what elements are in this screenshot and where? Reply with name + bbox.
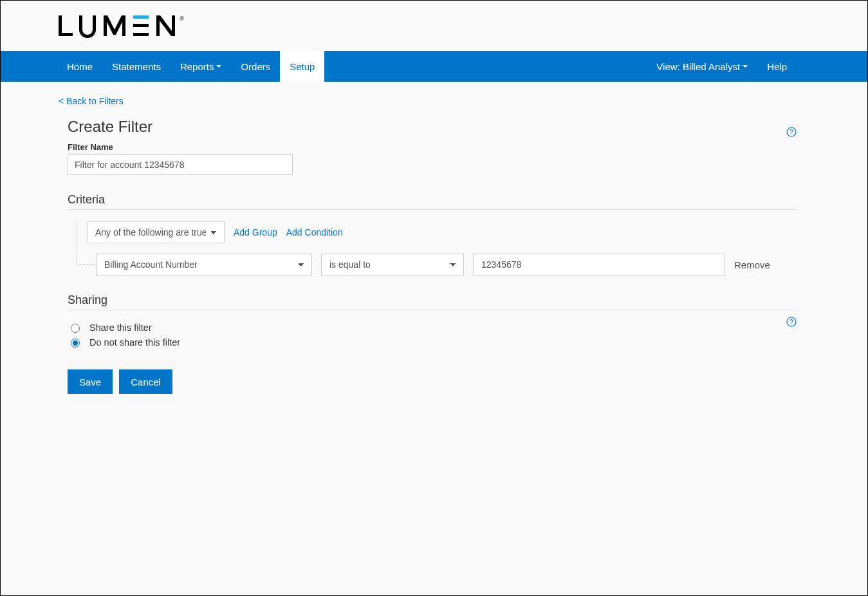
criteria-condition-row: Billing Account Number is equal to Remov… bbox=[96, 254, 797, 275]
svg-text:?: ? bbox=[790, 319, 793, 326]
back-to-filters-link[interactable]: < Back to Filters bbox=[59, 96, 124, 106]
sharing-divider bbox=[68, 310, 797, 310]
tree-connector-horizontal bbox=[77, 264, 95, 265]
page-content: < Back to Filters Create Filter ? Filter… bbox=[1, 82, 867, 413]
filter-name-label: Filter Name bbox=[68, 142, 797, 152]
nav-left: Home Statements Reports Orders Setup bbox=[57, 51, 324, 82]
nav-orders[interactable]: Orders bbox=[231, 51, 280, 82]
page-title: Create Filter bbox=[68, 118, 797, 136]
main-navbar: Home Statements Reports Orders Setup Vie… bbox=[1, 51, 867, 82]
nav-orders-label: Orders bbox=[241, 61, 270, 72]
nav-view-selector[interactable]: View: Billed Analyst bbox=[647, 51, 757, 82]
nav-help[interactable]: Help bbox=[757, 51, 797, 82]
criteria-area: Any of the following are true Add Group … bbox=[68, 221, 797, 275]
nav-setup-label: Setup bbox=[290, 61, 315, 72]
nav-setup[interactable]: Setup bbox=[280, 51, 324, 82]
nav-statements[interactable]: Statements bbox=[102, 51, 171, 82]
chevron-down-icon bbox=[743, 65, 748, 68]
condition-remove-link[interactable]: Remove bbox=[734, 259, 770, 270]
do-not-share-option[interactable]: Do not share this filter bbox=[68, 337, 797, 348]
sharing-section-title: Sharing bbox=[68, 293, 797, 307]
app-window: ® Home Statements Reports Orders Setup V… bbox=[0, 0, 868, 596]
nav-view-label: View: Billed Analyst bbox=[656, 61, 740, 72]
tree-connector-vertical bbox=[77, 221, 77, 264]
sharing-options: Share this filter Do not share this filt… bbox=[68, 322, 797, 348]
svg-rect-0 bbox=[133, 15, 149, 19]
lumen-logo: ® bbox=[57, 13, 212, 39]
criteria-logic-select[interactable]: Any of the following are true bbox=[87, 221, 225, 243]
criteria-divider bbox=[68, 209, 797, 210]
add-group-link[interactable]: Add Group bbox=[234, 227, 277, 237]
condition-operator-select[interactable]: is equal to bbox=[321, 254, 464, 275]
save-button[interactable]: Save bbox=[68, 369, 113, 394]
help-icon[interactable]: ? bbox=[786, 127, 797, 137]
nav-home[interactable]: Home bbox=[57, 51, 102, 82]
help-icon[interactable]: ? bbox=[786, 317, 797, 327]
nav-home-label: Home bbox=[67, 61, 93, 72]
criteria-group-row: Any of the following are true Add Group … bbox=[87, 221, 797, 243]
action-button-row: Save Cancel bbox=[68, 369, 797, 394]
svg-rect-2 bbox=[133, 33, 149, 36]
share-filter-label: Share this filter bbox=[89, 322, 152, 333]
condition-field-select[interactable]: Billing Account Number bbox=[96, 254, 312, 275]
nav-help-label: Help bbox=[767, 61, 787, 72]
chevron-down-icon bbox=[216, 65, 221, 68]
logo-bar: ® bbox=[1, 1, 867, 51]
share-filter-radio[interactable] bbox=[71, 324, 80, 333]
add-condition-link[interactable]: Add Condition bbox=[286, 227, 343, 237]
nav-right: View: Billed Analyst Help bbox=[647, 51, 867, 82]
svg-text:?: ? bbox=[790, 129, 793, 136]
nav-reports-label: Reports bbox=[180, 61, 214, 72]
criteria-section-title: Criteria bbox=[68, 193, 797, 207]
cancel-button[interactable]: Cancel bbox=[119, 369, 172, 394]
nav-reports[interactable]: Reports bbox=[171, 51, 232, 82]
svg-rect-1 bbox=[133, 24, 149, 27]
filter-name-input[interactable] bbox=[68, 154, 293, 175]
nav-statements-label: Statements bbox=[112, 61, 161, 72]
do-not-share-label: Do not share this filter bbox=[89, 337, 180, 348]
condition-value-input[interactable] bbox=[473, 254, 725, 275]
share-filter-option[interactable]: Share this filter bbox=[68, 322, 797, 333]
do-not-share-radio[interactable] bbox=[71, 339, 80, 348]
svg-text:®: ® bbox=[180, 15, 184, 22]
